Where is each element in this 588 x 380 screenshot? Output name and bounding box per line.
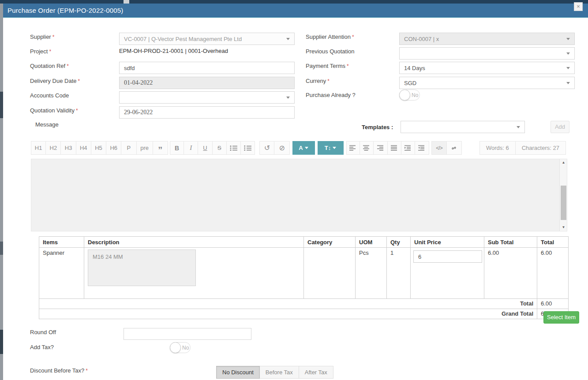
h1-button[interactable]: H1: [31, 141, 46, 155]
h5-button[interactable]: H5: [91, 141, 106, 155]
ordered-list-icon[interactable]: [241, 141, 255, 155]
align-right-icon[interactable]: [374, 141, 387, 155]
supplier-attention-label: Supplier Attention*: [306, 34, 354, 40]
delivery-due-date-input[interactable]: [119, 77, 295, 89]
page-background-left-edge: [0, 4, 3, 380]
h2-button[interactable]: H2: [46, 141, 61, 155]
quotation-validity-input[interactable]: [119, 106, 295, 119]
close-icon[interactable]: ×: [574, 2, 583, 11]
unordered-list-icon[interactable]: [227, 141, 241, 155]
item-uom-cell: Pcs: [356, 248, 387, 299]
scroll-down-icon[interactable]: ▼: [560, 224, 567, 231]
toggle-knob: [170, 342, 181, 353]
message-label: Message: [35, 121, 59, 128]
clear-formatting-icon[interactable]: ⊘: [274, 141, 289, 155]
chevron-down-icon: [286, 38, 290, 40]
item-category-cell: [304, 248, 356, 299]
round-off-label: Round Off: [30, 329, 56, 335]
previous-quotation-select[interactable]: [399, 47, 575, 60]
grand-total-row: Grand Total 6.00: [39, 309, 569, 319]
left-edge-segment: [0, 92, 3, 118]
grand-total-label: Grand Total: [39, 309, 537, 319]
templates-select[interactable]: [401, 121, 525, 133]
editor-scrollbar[interactable]: ▲ ▼: [559, 159, 567, 231]
item-description-input[interactable]: M16 24 MM: [88, 250, 196, 286]
supplier-attention-select[interactable]: CON-0007 | x: [399, 33, 575, 45]
font-size-button[interactable]: T↕: [318, 141, 344, 155]
items-table: Items Description Category UOM Qty Unit …: [39, 236, 569, 319]
undo-icon[interactable]: ↺: [259, 141, 274, 155]
col-unit-price: Unit Price: [411, 237, 484, 248]
align-left-icon[interactable]: [346, 141, 360, 155]
chevron-down-icon: [517, 126, 520, 128]
payment-terms-select[interactable]: 14 Days: [399, 62, 575, 74]
chevron-down-icon: [566, 52, 570, 55]
blockquote-icon[interactable]: ”: [153, 141, 168, 155]
accounts-code-select[interactable]: [119, 91, 295, 104]
payment-terms-label: Payment Terms*: [306, 63, 349, 69]
item-unit-price-cell: [411, 248, 484, 299]
toggle-knob: [399, 89, 410, 101]
project-value: EPM-OH-PROD-21-0001 | 0001-Overhead: [119, 48, 228, 54]
preformatted-button[interactable]: pre: [137, 141, 153, 155]
quotation-validity-label: Quotation Validity*: [30, 107, 78, 114]
indent-icon[interactable]: [401, 141, 415, 155]
page-background-topbar: [0, 0, 588, 4]
discount-option-group: No Discount Before Tax After Tax: [216, 366, 333, 379]
italic-button[interactable]: I: [184, 141, 198, 155]
after-tax-button[interactable]: After Tax: [299, 366, 333, 379]
col-qty: Qty: [387, 237, 411, 248]
h6-button[interactable]: H6: [106, 141, 121, 155]
col-sub-total: Sub Total: [484, 237, 537, 248]
templates-label: Templates :: [362, 124, 393, 130]
code-view-button[interactable]: </>: [431, 141, 446, 155]
item-sub-total-cell: 6.00: [484, 248, 537, 299]
chevron-down-icon: [286, 97, 290, 99]
scroll-up-icon[interactable]: ▲: [560, 159, 567, 166]
total-row: Total 6.00: [39, 299, 569, 309]
accounts-code-label: Accounts Code: [30, 92, 69, 99]
character-count: Characters: 27: [516, 141, 566, 155]
left-edge-segment: [0, 330, 3, 354]
quotation-ref-input[interactable]: [119, 62, 295, 74]
add-tax-label: Add Tax?: [30, 344, 54, 350]
underline-button[interactable]: U: [198, 141, 212, 155]
item-row: Spanner M16 24 MM Pcs 1 6.00 6.00: [39, 248, 569, 299]
paragraph-button[interactable]: P: [121, 141, 136, 155]
font-color-button[interactable]: A: [292, 141, 315, 155]
add-template-button[interactable]: Add: [551, 121, 569, 133]
quotation-ref-label: Quotation Ref*: [30, 63, 69, 69]
message-editor-area[interactable]: ▲ ▼: [31, 159, 567, 231]
col-total: Total: [537, 237, 569, 248]
item-qty-cell: 1: [387, 248, 411, 299]
supplier-select[interactable]: VC-0007 | Q-Vector Pest Management Pte L…: [119, 33, 295, 45]
outdent-icon[interactable]: [415, 141, 429, 155]
items-table-header: Items Description Category UOM Qty Unit …: [39, 237, 569, 248]
link-icon[interactable]: [447, 141, 462, 155]
before-tax-button[interactable]: Before Tax: [260, 366, 299, 379]
item-total-cell: 6.00: [537, 248, 569, 299]
purchase-already-toggle[interactable]: No: [399, 89, 420, 101]
strikethrough-button[interactable]: S: [213, 141, 227, 155]
project-label: Project*: [30, 48, 51, 55]
h3-button[interactable]: H3: [61, 141, 76, 155]
unit-price-input[interactable]: [413, 250, 482, 263]
delivery-due-date-label: Delivery Due Date*: [30, 78, 80, 84]
align-center-icon[interactable]: [360, 141, 374, 155]
currency-select[interactable]: SGD: [399, 77, 575, 89]
col-uom: UOM: [356, 237, 387, 248]
round-off-input[interactable]: [124, 328, 251, 340]
col-items: Items: [39, 237, 84, 248]
item-description-cell: M16 24 MM: [84, 248, 304, 299]
align-justify-icon[interactable]: [388, 141, 401, 155]
chevron-down-icon: [305, 147, 308, 149]
chevron-down-icon: [566, 38, 570, 40]
no-discount-button[interactable]: No Discount: [216, 366, 260, 379]
h4-button[interactable]: H4: [76, 141, 91, 155]
select-item-button[interactable]: Select Item: [543, 311, 579, 324]
add-tax-toggle[interactable]: No: [170, 342, 191, 353]
editor-toolbar: H1 H2 H3 H4 H5 H6 P pre ” B I U S ↺ ⊘ A …: [31, 141, 566, 155]
col-category: Category: [304, 237, 356, 248]
bold-button[interactable]: B: [170, 141, 184, 155]
scrollbar-thumb[interactable]: [561, 186, 566, 220]
